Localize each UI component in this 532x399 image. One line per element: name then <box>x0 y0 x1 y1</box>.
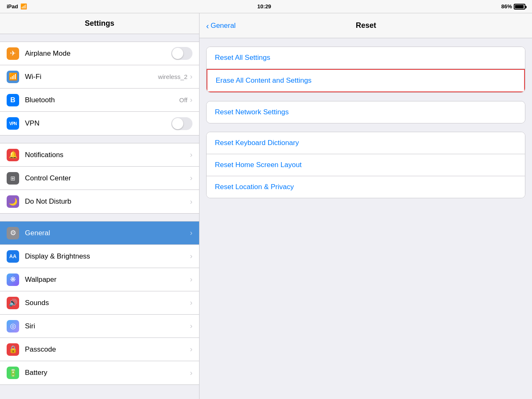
do-not-disturb-label: Do Not Disturb <box>25 197 190 206</box>
reset-group-1: Reset All Settings Erase All Content and… <box>206 47 525 93</box>
bluetooth-value: Off <box>179 96 187 103</box>
do-not-disturb-chevron-icon: › <box>190 197 192 206</box>
battery-icon <box>514 4 525 10</box>
sidebar-content: ✈ Airplane Mode 📶 Wi-Fi wireless_2 › <box>0 42 199 399</box>
reset-item-erase-all[interactable]: Erase All Content and Settings <box>207 69 525 92</box>
display-chevron-icon: › <box>190 252 192 261</box>
main-layout: Settings ✈ Airplane Mode 📶 Wi <box>0 13 532 399</box>
bluetooth-icon: B <box>7 94 19 106</box>
notifications-label: Notifications <box>25 151 190 159</box>
general-icon: ⚙ <box>7 227 19 239</box>
vpn-toggle[interactable] <box>171 117 192 130</box>
sidebar-item-general[interactable]: ⚙ General › <box>0 222 199 245</box>
sounds-icon: 🔊 <box>7 297 19 309</box>
wifi-chevron-icon: › <box>190 72 192 81</box>
reset-group-3: Reset Keyboard Dictionary Reset Home Scr… <box>206 132 525 198</box>
device-label: iPad <box>7 3 18 10</box>
passcode-label: Passcode <box>25 345 190 354</box>
display-label: Display & Brightness <box>25 252 190 261</box>
settings-group-system1: 🔔 Notifications › ⊞ Control Center › 🌙 <box>0 143 199 214</box>
status-time: 10:29 <box>257 3 271 10</box>
do-not-disturb-icon: 🌙 <box>7 195 19 208</box>
back-label: General <box>211 22 236 30</box>
reset-item-keyboard[interactable]: Reset Keyboard Dictionary <box>207 132 525 154</box>
general-label: General <box>25 229 190 237</box>
sidebar-item-do-not-disturb[interactable]: 🌙 Do Not Disturb › <box>0 190 199 213</box>
wifi-icon: 📶 <box>7 71 19 83</box>
control-center-label: Control Center <box>25 174 190 182</box>
bluetooth-chevron-icon: › <box>190 96 192 104</box>
wifi-value: wireless_2 <box>158 73 187 80</box>
sounds-chevron-icon: › <box>190 298 192 307</box>
sounds-label: Sounds <box>25 299 190 307</box>
status-bar: iPad 📶 10:29 86% <box>0 0 532 13</box>
siri-label: Siri <box>25 322 190 330</box>
back-button[interactable]: ‹ General <box>206 22 236 30</box>
sidebar-item-sounds[interactable]: 🔊 Sounds › <box>0 291 199 315</box>
battery-chevron-icon: › <box>190 369 192 377</box>
sidebar-title: Settings <box>0 13 199 34</box>
reset-all-settings-label: Reset All Settings <box>215 54 270 62</box>
reset-item-location[interactable]: Reset Location & Privacy <box>207 176 525 198</box>
vpn-icon: VPN <box>7 117 19 130</box>
general-chevron-icon: › <box>190 229 192 237</box>
control-center-chevron-icon: › <box>190 174 192 182</box>
bluetooth-label: Bluetooth <box>25 96 179 104</box>
sidebar-item-bluetooth[interactable]: B Bluetooth Off › <box>0 89 199 112</box>
airplane-mode-label: Airplane Mode <box>25 49 171 58</box>
settings-group-system2: ⚙ General › AA Display & Brightness › ❋ <box>0 221 199 385</box>
reset-item-home-screen[interactable]: Reset Home Screen Layout <box>207 154 525 176</box>
sidebar-item-airplane-mode[interactable]: ✈ Airplane Mode <box>0 42 199 65</box>
sidebar-item-wallpaper[interactable]: ❋ Wallpaper › <box>0 268 199 291</box>
airplane-mode-icon: ✈ <box>7 47 19 60</box>
passcode-icon: 🔒 <box>7 343 19 356</box>
sidebar-item-battery[interactable]: 🔋 Battery › <box>0 361 199 384</box>
right-content: Reset All Settings Erase All Content and… <box>200 38 532 399</box>
battery-settings-icon: 🔋 <box>7 367 19 379</box>
wifi-status-icon: 📶 <box>20 3 27 10</box>
sidebar-item-display[interactable]: AA Display & Brightness › <box>0 245 199 268</box>
reset-item-all-settings[interactable]: Reset All Settings <box>207 47 525 69</box>
control-center-icon: ⊞ <box>7 172 19 185</box>
battery-label: Battery <box>25 369 190 377</box>
reset-keyboard-label: Reset Keyboard Dictionary <box>215 139 299 147</box>
settings-group-connectivity: ✈ Airplane Mode 📶 Wi-Fi wireless_2 › <box>0 42 199 135</box>
reset-home-screen-label: Reset Home Screen Layout <box>215 161 302 169</box>
sidebar-item-wifi[interactable]: 📶 Wi-Fi wireless_2 › <box>0 65 199 89</box>
reset-item-network[interactable]: Reset Network Settings <box>207 101 525 123</box>
status-left: iPad 📶 <box>7 3 27 10</box>
toggle-knob-vpn <box>172 118 183 129</box>
sidebar-item-siri[interactable]: ◎ Siri › <box>0 315 199 338</box>
display-icon: AA <box>7 250 19 263</box>
wifi-label: Wi-Fi <box>25 73 158 81</box>
right-header: ‹ General Reset <box>200 13 532 38</box>
right-panel: ‹ General Reset Reset All Settings Erase… <box>200 13 532 399</box>
wallpaper-chevron-icon: › <box>190 275 192 284</box>
siri-chevron-icon: › <box>190 322 192 330</box>
reset-location-label: Reset Location & Privacy <box>215 183 294 191</box>
wallpaper-label: Wallpaper <box>25 276 190 284</box>
right-panel-title: Reset <box>236 21 496 30</box>
erase-all-content-label: Erase All Content and Settings <box>216 76 312 85</box>
sidebar-item-notifications[interactable]: 🔔 Notifications › <box>0 143 199 167</box>
sidebar-item-vpn[interactable]: VPN VPN <box>0 112 199 135</box>
sidebar-item-passcode[interactable]: 🔒 Passcode › <box>0 338 199 361</box>
wallpaper-icon: ❋ <box>7 273 19 286</box>
airplane-mode-toggle[interactable] <box>171 47 192 60</box>
sidebar-item-control-center[interactable]: ⊞ Control Center › <box>0 167 199 190</box>
status-right: 86% <box>501 3 525 10</box>
toggle-knob <box>172 48 183 59</box>
reset-network-label: Reset Network Settings <box>215 108 289 116</box>
siri-icon: ◎ <box>7 320 19 332</box>
passcode-chevron-icon: › <box>190 345 192 354</box>
battery-percent: 86% <box>501 3 512 10</box>
notifications-icon: 🔔 <box>7 149 19 161</box>
reset-group-2: Reset Network Settings <box>206 101 525 123</box>
vpn-label: VPN <box>25 119 171 128</box>
sidebar: Settings ✈ Airplane Mode 📶 Wi <box>0 13 200 399</box>
back-chevron-icon: ‹ <box>206 22 209 30</box>
notifications-chevron-icon: › <box>190 150 192 159</box>
